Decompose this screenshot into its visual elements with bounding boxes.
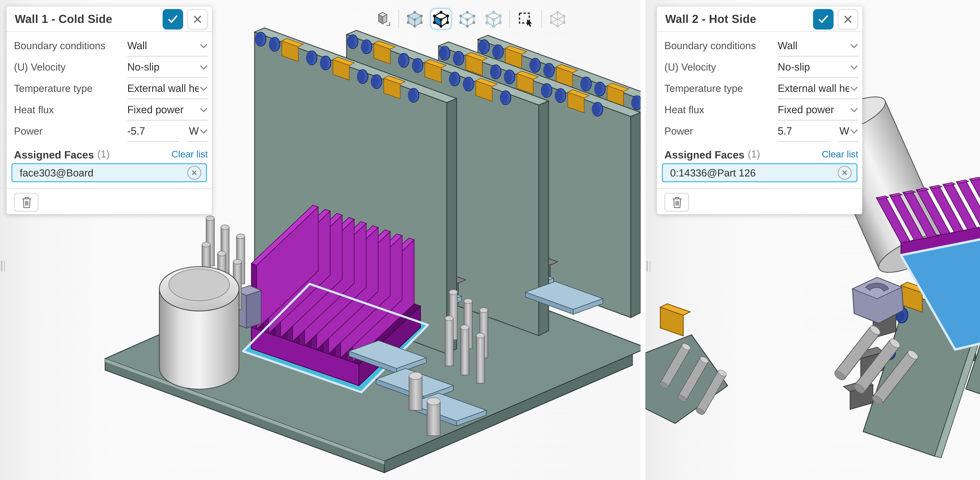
heat-flux-select[interactable]: Fixed power [778,99,858,120]
toolbar-separator [398,10,399,27]
edge-select-icon [458,10,476,27]
delete-button[interactable] [665,193,689,212]
chevron-down-icon [850,65,858,69]
chevron-down-icon [199,43,208,48]
field-label: Power [14,125,43,137]
field-label: Temperature type [14,83,92,94]
select-vertex-tool[interactable] [483,8,504,29]
form-row: Temperature type External wall heat flu [7,78,212,99]
select-assembly-tool[interactable] [547,8,568,29]
select-body-tool[interactable] [372,8,393,29]
velocity-select[interactable]: No-slip [778,57,858,78]
volume-select-icon [406,10,424,27]
cancel-button[interactable] [187,9,208,29]
field-label: Temperature type [665,83,743,94]
power-unit-select[interactable]: W [838,120,858,142]
selection-toolbar [370,8,571,30]
form-row: Power 5.7 W [657,120,862,142]
chevron-down-icon [199,107,208,112]
panel-title: Wall 2 - Hot Side [665,12,813,25]
assigned-face-chip[interactable]: face303@Board [11,163,207,182]
form-row: Boundary conditions Wall [7,35,212,57]
chevron-down-icon [199,128,208,133]
assigned-faces-header: Assigned Faces (1) Clear list [14,148,208,161]
temperature-type-select[interactable]: External wall heat flu [778,78,858,99]
velocity-select[interactable]: No-slip [127,57,208,78]
face-select-icon [432,10,450,27]
panel-header: Wall 1 - Cold Side [7,7,212,32]
panel-header: Wall 2 - Hot Side [657,7,862,32]
close-icon [193,14,202,23]
select-face-tool[interactable] [430,8,452,29]
boundary-conditions-select[interactable]: Wall [778,35,858,57]
remove-face-button[interactable] [838,166,852,180]
trash-icon [21,196,32,208]
check-icon [167,14,178,24]
panel-divider [7,188,212,189]
confirm-button[interactable] [163,9,183,29]
temperature-type-select[interactable]: External wall heat flu [127,78,208,99]
box-select-icon [517,10,535,27]
chevron-down-icon [850,107,858,112]
boundary-condition-panel-left: Wall 1 - Cold Side Boundary conditions W… [7,7,212,214]
viewport-left: Wall 1 - Cold Side Boundary conditions W… [0,0,641,480]
clear-list-link[interactable]: Clear list [822,149,858,159]
panel-title: Wall 1 - Cold Side [15,12,162,25]
close-icon [842,170,848,176]
form-row: Heat flux Fixed power [657,99,862,120]
form-row: (U) Velocity No-slip [7,57,212,78]
field-label: Power [665,125,693,137]
chevron-down-icon [850,86,858,91]
boundary-condition-panel-right: Wall 2 - Hot Side Boundary conditions Wa… [657,7,862,214]
delete-button[interactable] [14,193,38,212]
field-label: (U) Velocity [14,62,65,73]
box-select-tool[interactable] [515,8,536,29]
field-label: (U) Velocity [665,62,716,73]
app-window: Wall 1 - Cold Side Boundary conditions W… [0,0,980,480]
chevron-down-icon [850,128,858,133]
form-row: (U) Velocity No-slip [657,57,862,78]
power-input[interactable]: 5.7 [778,120,829,142]
viewport-resize-handle[interactable] [0,261,7,271]
form-row: Heat flux Fixed power [7,99,212,120]
select-edge-tool[interactable] [457,8,478,29]
trash-icon [671,196,682,208]
chevron-down-icon [199,86,208,91]
field-label: Heat flux [665,104,704,116]
field-label: Boundary conditions [665,40,756,52]
electrolytic-capacitor[interactable] [159,267,239,389]
chevron-down-icon [850,43,858,48]
boundary-conditions-select[interactable]: Wall [127,35,208,57]
assembly-select-icon [549,10,566,27]
power-unit-select[interactable]: W [188,120,208,142]
vertex-select-icon [485,10,503,27]
face-name: face303@Board [20,167,188,179]
toolbar-separator [509,10,510,27]
close-icon [843,14,853,23]
viewport-right: Wall 2 - Hot Side Boundary conditions Wa… [646,0,980,480]
field-label: Boundary conditions [14,40,105,52]
form-row: Power -5.7 W [7,120,212,142]
form-row: Boundary conditions Wall [657,35,862,57]
select-volume-tool[interactable] [404,8,425,29]
remove-face-button[interactable] [187,166,201,180]
power-input[interactable]: -5.7 [127,120,179,142]
viewport-resize-handle[interactable] [646,261,652,271]
chevron-down-icon [199,65,208,69]
cancel-button[interactable] [838,9,858,29]
toolbar-separator [541,10,542,27]
panel-divider [657,188,862,189]
assigned-face-chip[interactable]: 0:14336@Part 126 [662,163,857,182]
body-select-icon [374,10,391,27]
clear-list-link[interactable]: Clear list [171,149,208,159]
confirm-button[interactable] [813,9,834,29]
form-row: Temperature type External wall heat flu [657,78,862,99]
field-label: Heat flux [14,104,54,116]
face-name: 0:14336@Part 126 [670,167,838,179]
assigned-faces-header: Assigned Faces (1) Clear list [665,148,858,161]
check-icon [818,14,829,24]
close-icon [191,170,197,176]
heat-flux-select[interactable]: Fixed power [127,99,208,120]
